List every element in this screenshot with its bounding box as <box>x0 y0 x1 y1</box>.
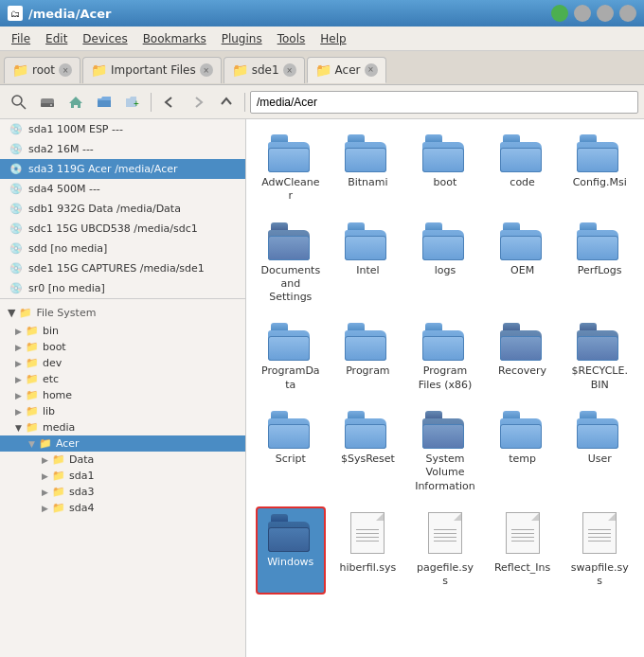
tree-item-etc[interactable]: ▶ 📁 etc <box>0 371 245 387</box>
file-users-label: User <box>588 453 612 466</box>
window-maximize-button[interactable] <box>597 5 614 22</box>
file-system-volume[interactable]: System Volume Information <box>410 405 480 499</box>
window-minimize-button[interactable] <box>574 5 591 22</box>
tab-important-icon: 📁 <box>91 62 107 78</box>
tab-root-close[interactable]: × <box>59 63 72 77</box>
menu-help[interactable]: Help <box>313 30 353 47</box>
tab-acer-label: Acer <box>335 63 361 77</box>
device-label: sda4 500M --- <box>28 183 100 195</box>
svg-point-4 <box>50 104 52 106</box>
tree-item-dev[interactable]: ▶ 📁 dev <box>0 355 245 371</box>
hiberfil-icon <box>348 512 387 558</box>
file-hiberfil[interactable]: hiberfil.sys <box>333 506 403 595</box>
tab-acer-close[interactable]: × <box>365 63 378 77</box>
tree-root-label: File System <box>36 307 96 319</box>
tab-important-files[interactable]: 📁 Important Files × <box>82 57 222 83</box>
file-script[interactable]: Script <box>256 405 326 499</box>
file-swapfile[interactable]: swapfile.sys <box>564 506 635 595</box>
tree-label-dev: dev <box>43 357 62 369</box>
tree-item-sda1[interactable]: ▶ 📁 sda1 <box>0 468 245 484</box>
file-pagefile[interactable]: pagefile.sys <box>410 506 480 595</box>
device-sda1[interactable]: 💿 sda1 100M ESP --- <box>0 119 245 139</box>
toolbar-home-button[interactable] <box>63 90 89 115</box>
file-bitnami-label: Bitnami <box>348 176 387 189</box>
open-folder-icon <box>96 94 113 111</box>
tab-important-close[interactable]: × <box>200 63 213 77</box>
toolbar-forward-button[interactable] <box>185 90 211 115</box>
tree-arrow-bin: ▶ <box>15 327 22 336</box>
toolbar-separator-1 <box>151 93 152 112</box>
file-adwcleaner[interactable]: AdwCleaner <box>256 129 326 209</box>
menu-tools[interactable]: Tools <box>270 30 313 47</box>
tree-item-lib[interactable]: ▶ 📁 lib <box>0 403 245 419</box>
file-programdata[interactable]: ProgramData <box>256 317 326 398</box>
tree-label-media: media <box>43 421 75 434</box>
tab-root[interactable]: 📁 root × <box>4 57 80 83</box>
tree-item-data[interactable]: ▶ 📁 Data <box>0 452 245 468</box>
device-sda4[interactable]: 💿 sda4 500M --- <box>0 179 245 199</box>
menu-devices[interactable]: Devices <box>75 30 134 47</box>
tree-item-sda4[interactable]: ▶ 📁 sda4 <box>0 500 245 516</box>
toolbar-up-button[interactable] <box>213 90 240 115</box>
file-recovery[interactable]: Recovery <box>488 317 558 398</box>
tree-label-sda4: sda4 <box>69 502 94 514</box>
folder-icon: 📁 <box>26 389 39 401</box>
tree-item-boot[interactable]: ▶ 📁 boot <box>0 339 245 355</box>
documents-settings-folder-icon <box>268 222 313 260</box>
perflogs-folder-icon <box>577 222 622 260</box>
tree-item-sda3[interactable]: ▶ 📁 sda3 <box>0 484 245 500</box>
tab-sde1[interactable]: 📁 sde1 × <box>224 57 305 83</box>
tree-item-acer[interactable]: ▼ 📁 Acer <box>0 435 245 452</box>
device-sde1[interactable]: 💿 sde1 15G CAPTURES /media/sde1 <box>0 258 245 278</box>
tree-header: ▼ 📁 File System <box>0 303 245 323</box>
file-perflogs[interactable]: PerfLogs <box>564 217 635 311</box>
file-temp[interactable]: temp <box>488 405 558 499</box>
right-panel: AdwCleaner Bitnami boot <box>246 119 644 657</box>
toolbar-folder-button[interactable] <box>91 90 117 115</box>
svg-line-1 <box>21 104 26 109</box>
file-bitnami[interactable]: Bitnami <box>333 129 403 209</box>
window-close-button[interactable] <box>551 5 568 22</box>
tab-bar: 📁 root × 📁 Important Files × 📁 sde1 × 📁 … <box>0 51 644 85</box>
menu-bookmarks[interactable]: Bookmarks <box>135 30 214 47</box>
window-restore-button[interactable] <box>619 5 636 22</box>
tab-sde1-close[interactable]: × <box>283 63 296 77</box>
device-sr0[interactable]: 💿 sr0 [no media] <box>0 278 245 298</box>
toolbar-drive-button[interactable] <box>34 90 61 115</box>
toolbar-new-folder-button[interactable]: + <box>119 90 146 115</box>
device-sdd[interactable]: 💿 sdd [no media] <box>0 239 245 258</box>
sysreset-folder-icon <box>345 411 390 449</box>
toolbar-back-button[interactable] <box>156 90 183 115</box>
file-reflect[interactable]: Reflect_Ins <box>488 506 558 595</box>
menu-edit[interactable]: Edit <box>38 30 75 47</box>
menu-file[interactable]: File <box>4 30 38 47</box>
file-recycle-bin[interactable]: $RECYCLE.BIN <box>564 317 635 398</box>
file-program-files-x86[interactable]: Program Files (x86) <box>410 317 480 398</box>
file-logs[interactable]: logs <box>410 217 480 311</box>
tab-acer[interactable]: 📁 Acer × <box>307 57 386 83</box>
device-sdb1[interactable]: 💿 sdb1 932G Data /media/Data <box>0 199 245 219</box>
menu-plugins[interactable]: Plugins <box>214 30 270 47</box>
device-sda2[interactable]: 💿 sda2 16M --- <box>0 139 245 159</box>
file-programdata-label: ProgramData <box>259 364 322 392</box>
bitnami-folder-icon <box>345 134 390 172</box>
device-sda3[interactable]: 💿 sda3 119G Acer /media/Acer <box>0 159 245 179</box>
tree-arrow-data: ▶ <box>42 455 48 465</box>
file-oem[interactable]: OEM <box>488 217 558 311</box>
file-sysreset[interactable]: $SysReset <box>333 405 403 499</box>
tree-item-home[interactable]: ▶ 📁 home <box>0 387 245 403</box>
file-code[interactable]: code <box>488 129 558 209</box>
file-intel[interactable]: Intel <box>333 217 403 311</box>
file-boot[interactable]: boot <box>410 129 480 209</box>
address-bar[interactable] <box>250 91 638 114</box>
file-config-msi[interactable]: Config.Msi <box>564 129 635 209</box>
file-program[interactable]: Program <box>333 317 403 398</box>
device-sdc1[interactable]: 💿 sdc1 15G UBCD538 /media/sdc1 <box>0 219 245 239</box>
file-documents-settings[interactable]: Documents and Settings <box>256 217 326 311</box>
file-windows[interactable]: Windows <box>256 506 326 595</box>
toolbar-search-button[interactable] <box>6 90 32 115</box>
tree-item-bin[interactable]: ▶ 📁 bin <box>0 323 245 339</box>
file-users[interactable]: User <box>564 405 635 499</box>
tab-root-icon: 📁 <box>12 62 28 78</box>
tree-item-media[interactable]: ▼ 📁 media <box>0 419 245 435</box>
